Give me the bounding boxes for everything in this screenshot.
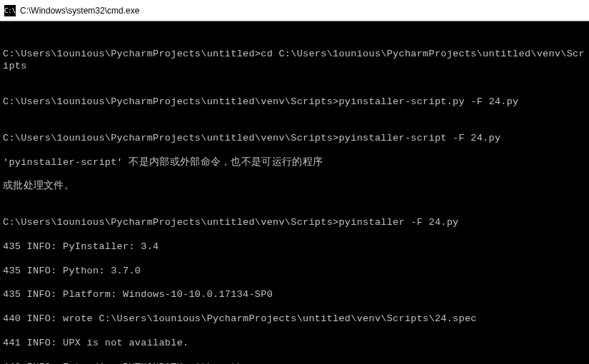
terminal-output[interactable]: C:\Users\1ounious\PycharmProjects\untitl… (0, 21, 589, 364)
terminal-line: C:\Users\1ounious\PycharmProjects\untitl… (3, 133, 586, 145)
terminal-line: 440 INFO: wrote C:\Users\1ounious\Pychar… (3, 313, 586, 325)
terminal-line: 435 INFO: Platform: Windows-10-10.0.1713… (3, 289, 586, 301)
terminal-line: C:\Users\1ounious\PycharmProjects\untitl… (3, 49, 586, 73)
terminal-line: 'pyinstaller-script' 不是内部或外部命令，也不是可运行的程序 (3, 157, 586, 169)
terminal-line: 442 INFO: Extending PYTHONPATH with path… (3, 362, 586, 365)
cmd-icon: C:\ (4, 5, 16, 16)
terminal-line: 441 INFO: UPX is not available. (3, 338, 586, 350)
terminal-line: C:\Users\1ounious\PycharmProjects\untitl… (3, 217, 586, 229)
window-titlebar[interactable]: C:\ C:\Windows\system32\cmd.exe (0, 0, 589, 21)
cmd-icon-label: C:\ (4, 7, 16, 14)
terminal-line: 435 INFO: Python: 3.7.0 (3, 266, 586, 278)
window-title: C:\Windows\system32\cmd.exe (20, 6, 139, 16)
terminal-line: 或批处理文件。 (3, 181, 586, 193)
terminal-line: 435 INFO: PyInstaller: 3.4 (3, 241, 586, 253)
terminal-line: C:\Users\1ounious\PycharmProjects\untitl… (3, 96, 586, 108)
